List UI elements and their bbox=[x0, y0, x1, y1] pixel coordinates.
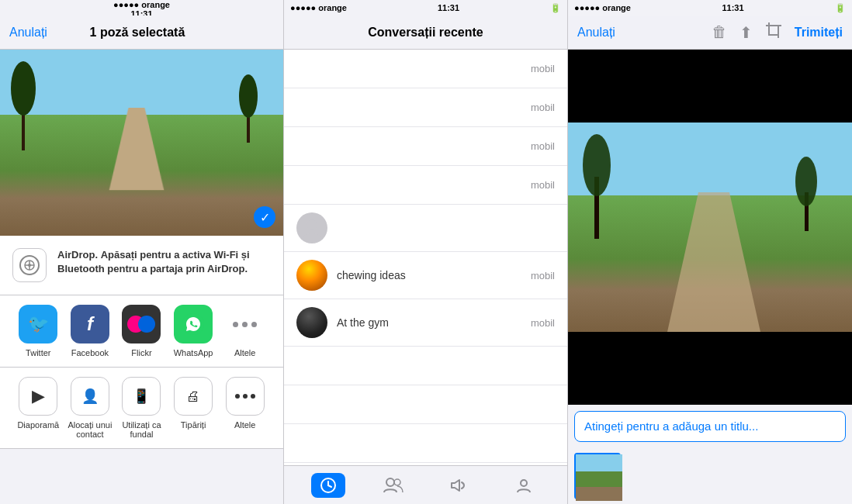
svg-rect-28 bbox=[576, 487, 622, 501]
airdrop-section[interactable]: AirDrop. Apăsați pentru a activa Wi-Fi ș… bbox=[0, 236, 283, 295]
caption-placeholder: Atingeți pentru a adăuga un titlu... bbox=[584, 419, 758, 433]
cancel-button-p1[interactable]: Anulați bbox=[9, 26, 47, 40]
crop-svg bbox=[765, 22, 782, 39]
svg-point-12 bbox=[386, 478, 394, 486]
photo-road bbox=[109, 108, 165, 190]
contact-type-1: mobil bbox=[531, 63, 555, 74]
contact-type-chewing: mobil bbox=[531, 270, 555, 281]
assign-contact-icon: 👤 bbox=[71, 377, 109, 416]
status-bar-panel3: ●●●●● orange 11:31 🔋 bbox=[568, 0, 852, 16]
more-apps-label: Altele bbox=[234, 348, 256, 357]
adot2 bbox=[243, 394, 248, 399]
caption-area[interactable]: Atingeți pentru a adăuga un titlu... bbox=[574, 411, 846, 442]
tab-clock[interactable] bbox=[311, 473, 345, 498]
svg-rect-16 bbox=[769, 26, 778, 35]
contact-name-gym: At the gym bbox=[337, 316, 521, 329]
action-slideshow[interactable]: ▶ Diaporamă bbox=[15, 377, 61, 439]
contact-item-5[interactable] bbox=[284, 205, 567, 252]
tree-svg-right bbox=[237, 65, 260, 143]
volume-icon bbox=[450, 477, 467, 494]
tree-svg-left bbox=[8, 50, 39, 150]
print-label: Tipăriți bbox=[181, 420, 206, 430]
more-actions-label: Altele bbox=[234, 420, 256, 430]
facebook-icon: f bbox=[71, 305, 109, 343]
panel-edit: ●●●●● orange 11:31 🔋 Anulați 🗑 ⬆ Trimite… bbox=[568, 0, 852, 504]
contact-name-chewing: chewing ideas bbox=[337, 269, 521, 281]
contact-type-2: mobil bbox=[531, 102, 555, 113]
trash-icon[interactable]: 🗑 bbox=[712, 23, 727, 41]
cancel-button-p3[interactable]: Anulați bbox=[577, 26, 615, 40]
send-button[interactable]: Trimiteți bbox=[795, 26, 843, 40]
svg-point-8 bbox=[307, 219, 317, 230]
panel-share: ●●●●● orange 11:31 🔋 Anulați 1 poză sele… bbox=[0, 0, 284, 504]
airdrop-svg bbox=[19, 254, 40, 276]
tab-volume[interactable] bbox=[442, 473, 476, 498]
carrier-label-p2: ●●●●● orange bbox=[290, 3, 347, 12]
tab-groups[interactable] bbox=[376, 473, 410, 498]
svg-point-3 bbox=[239, 74, 258, 118]
carrier-label-p1: ●●●●● orange bbox=[113, 0, 170, 9]
whatsapp-icon bbox=[174, 305, 213, 343]
tab-person[interactable] bbox=[507, 473, 541, 498]
contact-item-2[interactable]: mobil bbox=[284, 88, 567, 127]
carrier-label-p3: ●●●●● orange bbox=[574, 3, 631, 12]
photo-edit-area bbox=[568, 50, 852, 405]
contact-avatar-5 bbox=[296, 212, 327, 243]
photo-thumbnail[interactable] bbox=[574, 453, 621, 499]
twitter-label: Twitter bbox=[26, 348, 50, 357]
contact-item-1[interactable]: mobil bbox=[284, 50, 567, 88]
app-whatsapp[interactable]: WhatsApp bbox=[170, 305, 216, 357]
nav-bar-panel1: Anulați 1 poză selectată bbox=[0, 16, 283, 50]
svg-point-6 bbox=[28, 264, 31, 267]
thumbnail-row bbox=[568, 448, 852, 504]
app-twitter[interactable]: 🐦 Twitter bbox=[15, 305, 61, 357]
fb-f-icon: f bbox=[87, 313, 93, 335]
app-facebook[interactable]: f Facebook bbox=[67, 305, 113, 357]
contact-item-extra1 bbox=[284, 347, 567, 385]
action-row: ▶ Diaporamă 👤 Alocați unui contact 📱 Uti… bbox=[0, 368, 283, 449]
panel-contacts: ●●●●● orange 11:31 🔋 Conversații recente… bbox=[284, 0, 568, 504]
twitter-icon: 🐦 bbox=[19, 305, 57, 343]
svg-point-24 bbox=[795, 157, 817, 206]
contact-item-3[interactable]: mobil bbox=[284, 127, 567, 166]
contact-list: mobil mobil mobil mobil c bbox=[284, 50, 567, 465]
crop-icon[interactable] bbox=[765, 22, 782, 43]
person-icon bbox=[515, 477, 532, 494]
twitter-bird-icon: 🐦 bbox=[28, 314, 49, 334]
svg-point-22 bbox=[583, 134, 611, 196]
contact-item-chewing[interactable]: chewing ideas mobil bbox=[284, 252, 567, 299]
battery-label-p3: 🔋 bbox=[835, 3, 846, 13]
contact-type-3: mobil bbox=[531, 140, 555, 152]
app-flickr[interactable]: Flickr bbox=[118, 305, 165, 357]
edit-tree-left bbox=[580, 123, 615, 239]
nav-bar-panel2: Conversații recente bbox=[284, 16, 567, 50]
contact-avatar-gym bbox=[296, 307, 327, 338]
assign-contact-label: Alocați unui contact bbox=[67, 420, 113, 439]
action-wallpaper[interactable]: 📱 Utilizați ca fundal bbox=[118, 377, 165, 439]
svg-line-11 bbox=[328, 485, 331, 487]
flickr-dots bbox=[127, 316, 155, 333]
contact-item-extra3 bbox=[284, 424, 567, 463]
battery-label-p2: 🔋 bbox=[550, 3, 561, 13]
contact-item-4[interactable]: mobil bbox=[284, 166, 567, 205]
svg-rect-27 bbox=[576, 471, 622, 487]
share-icon[interactable]: ⬆ bbox=[739, 23, 753, 42]
app-more[interactable]: Altele bbox=[222, 305, 268, 357]
adot3 bbox=[251, 394, 255, 399]
edit-actions: 🗑 ⬆ Trimiteți bbox=[712, 22, 843, 43]
airdrop-icon bbox=[12, 248, 47, 282]
thumb-svg bbox=[576, 454, 622, 501]
action-print[interactable]: 🖨 Tipăriți bbox=[170, 377, 216, 439]
flickr-label: Flickr bbox=[131, 348, 151, 357]
dot1 bbox=[233, 322, 238, 327]
contact-item-gym[interactable]: At the gym mobil bbox=[284, 299, 567, 347]
contact-type-gym: mobil bbox=[531, 317, 555, 329]
action-assign-contact[interactable]: 👤 Alocați unui contact bbox=[67, 377, 113, 439]
action-more[interactable]: Altele bbox=[222, 377, 268, 439]
contact-avatar-chewing bbox=[296, 260, 327, 291]
svg-marker-25 bbox=[667, 192, 760, 332]
adot1 bbox=[235, 394, 240, 399]
wallpaper-icon: 📱 bbox=[122, 377, 161, 416]
time-label-p1: 11:31 bbox=[130, 9, 152, 16]
bottom-tabs bbox=[284, 465, 567, 504]
